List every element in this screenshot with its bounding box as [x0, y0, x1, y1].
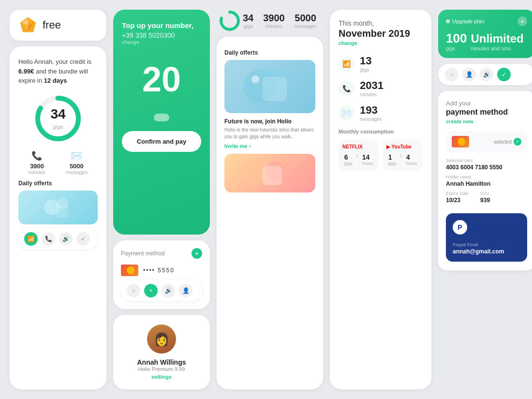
netflix-card: NETFLIX 6 giga h 14 hours [339, 139, 379, 171]
message-icon: ✉️ [66, 150, 88, 161]
upgrade-giga: 100 [446, 31, 467, 46]
sketch-icon [19, 16, 37, 34]
youtube-giga-label: giga [388, 161, 397, 166]
selected-label: selected ✓ [494, 138, 521, 146]
profile-card: 👩 Annah Willings Holio Premium 9.99 sett… [113, 315, 210, 389]
paypal-email: annah@gmail.com [453, 248, 520, 255]
upgrade-plan-text: Upgrade plan [452, 18, 484, 24]
vol-icon-2: 🔊 [162, 284, 175, 297]
monthly-messages-row: ✉️ 193 messages [339, 104, 423, 122]
donut-unit: giga [53, 124, 63, 130]
monthly-change[interactable]: change [339, 40, 423, 46]
monthly-month: November 2019 [339, 28, 423, 39]
netflix-hours-label: hours [362, 161, 373, 166]
main-info-card: Hello Annah, your credit is 6.99€ and th… [10, 46, 106, 389]
settings-link[interactable]: settings [121, 374, 202, 380]
youtube-giga: 1 [388, 153, 397, 161]
monthly-minutes-unit: minutes [360, 92, 384, 97]
monthly-messages-val: 193 [360, 104, 382, 117]
messages-icon: ✉️ [339, 105, 354, 121]
greeting-text: Hello Annah, your credit is 6.99€ and th… [18, 57, 98, 86]
circle-icon-2[interactable]: + [144, 284, 158, 297]
pay-icon-2[interactable]: 👤 [462, 68, 476, 81]
topup-title: Top up your number, [122, 21, 201, 30]
pay-icon-3[interactable]: 🔊 [480, 68, 493, 81]
monthly-minutes-row: 📞 2031 minutes [339, 79, 423, 97]
cvv-val: 939 [480, 197, 490, 204]
topup-card: Top up your number, +39 338 5020300 chan… [113, 10, 210, 235]
svg-rect-19 [263, 166, 282, 185]
offert-image-1 [224, 60, 315, 113]
top-messages-stat: 5000 messages [295, 13, 317, 29]
giga-icon: 📶 [339, 56, 354, 72]
minutes-unit: minutes [29, 170, 45, 175]
top-minutes-stat: 3900 minutes [263, 13, 285, 29]
upgrade-card: Upgrade plan + 100 giga Unlimited minute… [438, 10, 532, 58]
bottom-icon-row: 📶 📞 🔊 ✓ [18, 228, 98, 250]
check-icon: ✓ [514, 138, 521, 146]
upgrade-unlimited: Unlimited [471, 32, 523, 45]
upgrade-label: Upgrade plan [446, 18, 484, 24]
payment-method-label: Payment method [121, 250, 165, 257]
offerts-section-title: Daily offerts [224, 49, 315, 56]
expire-date-row: Expire Date 10/23 [446, 191, 469, 204]
top-stats-row: 34 giga 3900 minutes 5000 messages [217, 10, 323, 37]
app-consumption-row: NETFLIX 6 giga h 14 hours ▶ Yo [339, 139, 423, 171]
mastercard-icon [121, 265, 138, 276]
minutes-icon: 📞 [339, 81, 354, 96]
pay-icon-1[interactable]: ○ [445, 68, 458, 81]
youtube-hours: 4 [406, 153, 417, 161]
confirm-pay-button[interactable]: Confirm and pay [122, 131, 201, 152]
check-icon: ✓ [76, 232, 90, 246]
phone-icon: 📞 [29, 150, 45, 161]
donut-value: 34 [50, 106, 65, 122]
holder-val: Annah Hamilton [446, 180, 527, 187]
expire-row: Expire Date 10/23 CVV 939 [446, 191, 527, 207]
monthly-messages-unit: messages [360, 117, 382, 122]
monthly-giga-val: 13 [360, 55, 371, 67]
holder-row: Holder name Annah Hamilton [446, 175, 527, 187]
netflix-giga-label: giga [344, 161, 353, 166]
create-new-link[interactable]: create new [446, 118, 527, 124]
add-payment-button[interactable]: + [192, 248, 202, 259]
slider-handle[interactable] [154, 114, 169, 121]
wifi-icon: 📶 [24, 232, 38, 246]
minutes-stat: 📞 3900 minutes [29, 150, 45, 175]
upgrade-plus-button[interactable]: + [517, 16, 527, 26]
vol-icon: 🔊 [59, 232, 73, 246]
daily-offerts-title: Daily offerts [18, 180, 98, 187]
topup-amount: 20 [122, 59, 201, 99]
offert1-title: Future is now, join Holio [224, 118, 315, 125]
circle-icon-1[interactable]: ○ [127, 284, 140, 297]
expire-label: Expire Date [446, 191, 469, 196]
pay-icon-4[interactable]: ✓ [497, 68, 511, 81]
payment-icons-row: ○ 👤 🔊 ✓ [438, 64, 532, 85]
logo-card: free [10, 10, 106, 41]
add-payment-title: Add your [446, 100, 527, 107]
youtube-label: ▶ YouTube [386, 144, 419, 149]
top-minutes-unit: minutes [263, 24, 285, 29]
topup-number: +39 338 5020300 [122, 31, 201, 39]
profile-name: Annah Willings [121, 358, 202, 366]
top-minutes-val: 3900 [263, 13, 285, 24]
top-donut-chart: 34 giga [219, 10, 253, 32]
add-payment-subtitle: payment method [446, 108, 527, 117]
netflix-giga: 6 [344, 153, 353, 161]
selected-mc-icon [452, 136, 469, 148]
topup-change[interactable]: change [122, 39, 201, 45]
youtube-card: ▶ YouTube 1 giga h 4 hours [383, 139, 423, 171]
invite-link[interactable]: Invite me › [224, 143, 315, 149]
person-icon: 👤 [179, 284, 192, 297]
upgrade-sms: minutes and sms [471, 45, 523, 51]
svg-point-16 [251, 75, 259, 83]
card-number-dots: •••• 5550 [143, 267, 175, 274]
monthly-minutes-val: 2031 [360, 79, 384, 92]
paypal-email-label: Paypal Email [453, 242, 520, 247]
paypal-card: P Paypal Email annah@gmail.com [446, 213, 527, 262]
offert1-desc: Holio is the new futuristic telco that a… [224, 127, 315, 140]
top-messages-unit: messages [295, 24, 317, 29]
svg-rect-10 [56, 205, 69, 218]
holder-label: Holder name [446, 175, 527, 179]
upgrade-giga-unit: giga [446, 46, 467, 51]
profile-avatar: 👩 [147, 325, 176, 354]
